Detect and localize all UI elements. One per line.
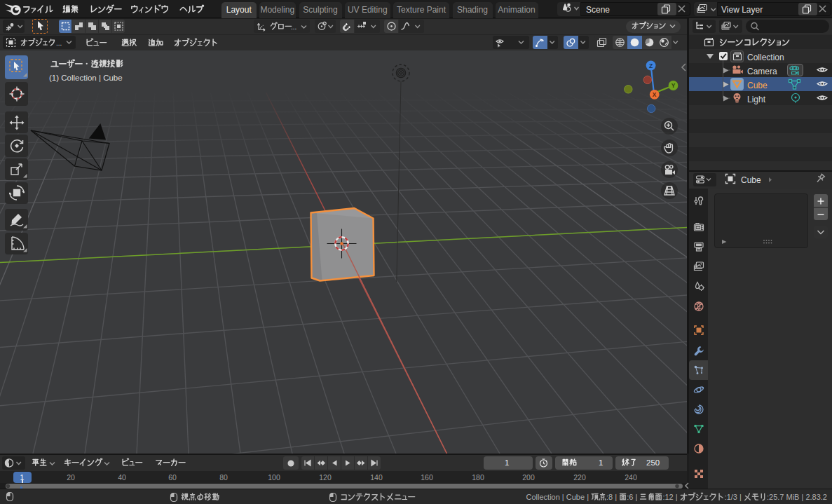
svg-text:40: 40 (118, 473, 126, 482)
svg-text:80: 80 (219, 473, 228, 482)
svg-text:Z: Z (649, 62, 653, 69)
svg-text:140: 140 (370, 473, 383, 482)
svg-text:20: 20 (67, 473, 75, 482)
svg-text:200: 200 (522, 473, 535, 482)
svg-text:X: X (653, 91, 657, 98)
svg-text:60: 60 (168, 473, 177, 482)
svg-text:160: 160 (421, 473, 433, 482)
svg-text:100: 100 (268, 473, 280, 482)
svg-text:240: 240 (625, 473, 637, 482)
svg-text:120: 120 (319, 473, 332, 482)
svg-text:Y: Y (671, 82, 676, 89)
svg-text:180: 180 (472, 473, 484, 482)
svg-text:220: 220 (573, 473, 586, 482)
